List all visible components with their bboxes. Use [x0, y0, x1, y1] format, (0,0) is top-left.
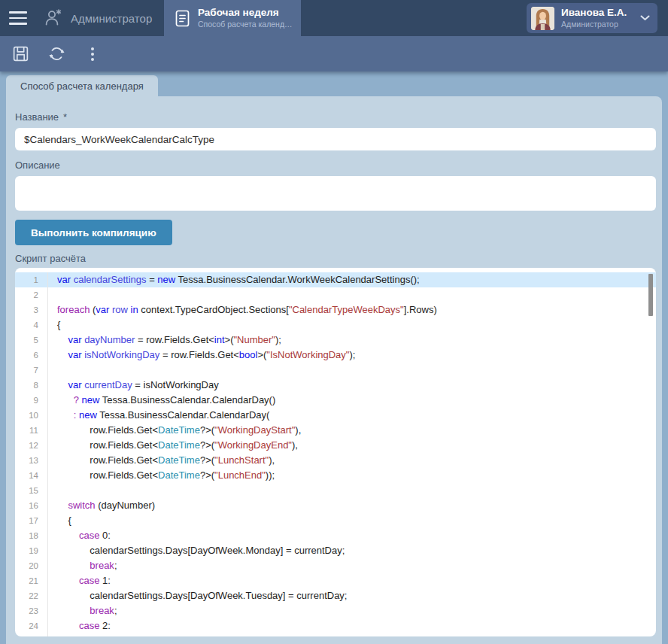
code-line-text: var calendarSettings = new Tessa.Busines… — [48, 272, 420, 287]
code-line[interactable]: 16 switch (dayNumber) — [15, 498, 656, 513]
avatar — [531, 7, 554, 30]
code-line-text: row.Fields.Get<DateTime?>("LunchStart"), — [48, 453, 275, 468]
line-number: 13 — [15, 453, 48, 468]
editor-vertical-scrollbar[interactable] — [648, 274, 653, 316]
code-line-text: case 1: — [48, 573, 111, 588]
required-asterisk: * — [63, 111, 67, 123]
user-name: Иванова Е.А. — [561, 7, 633, 20]
code-line[interactable]: 1var calendarSettings = new Tessa.Busine… — [15, 272, 656, 287]
user-star-icon — [44, 8, 63, 28]
line-number: 16 — [15, 498, 48, 513]
line-number: 18 — [15, 528, 48, 543]
line-number: 9 — [15, 393, 48, 408]
line-number: 20 — [15, 558, 48, 573]
code-line-text: case 0: — [48, 528, 111, 543]
card-panel: Название* Описание Выполнить компиляцию … — [6, 96, 662, 644]
code-line-text — [48, 363, 57, 378]
refresh-button[interactable] — [42, 40, 71, 68]
code-line[interactable]: 8 var currentDay = isNotWorkingDay — [15, 378, 656, 393]
line-number: 5 — [15, 333, 48, 348]
line-number: 3 — [15, 302, 48, 317]
page-background: Способ расчета календаря Название* Описа… — [0, 71, 668, 644]
card-toolbar — [0, 36, 668, 71]
line-number: 4 — [15, 317, 48, 333]
code-line[interactable]: 15 — [15, 483, 656, 498]
code-line[interactable]: 9 ? new Tessa.BusinessCalendar.CalendarD… — [15, 393, 656, 408]
script-label: Скрипт расчёта — [15, 253, 656, 265]
code-line[interactable]: 7 — [15, 363, 656, 378]
code-line[interactable]: 6 var isNotWorkingDay = row.Fields.Get<b… — [15, 348, 656, 363]
kebab-menu-icon — [91, 47, 94, 61]
code-line[interactable]: 25 calendarSettings.Days[DayOfWeek.Wedne… — [15, 633, 656, 636]
code-line[interactable]: 2 — [15, 287, 656, 302]
more-actions-button[interactable] — [78, 40, 107, 68]
compile-button[interactable]: Выполнить компиляцию — [15, 220, 172, 245]
chevron-down-icon — [640, 15, 650, 21]
line-number: 11 — [15, 423, 48, 438]
line-number: 24 — [15, 618, 48, 633]
line-number: 2 — [15, 287, 48, 302]
code-line[interactable]: 12 row.Fields.Get<DateTime?>("WorkingDay… — [15, 438, 656, 453]
code-line[interactable]: 18 case 0: — [15, 528, 656, 543]
line-number: 15 — [15, 483, 48, 498]
top-bar: Администратор Рабочая неделя Способ расч… — [0, 0, 668, 36]
line-number: 12 — [15, 438, 48, 453]
line-number: 8 — [15, 378, 48, 393]
tab-title: Рабочая неделя — [198, 7, 293, 20]
code-line-text — [48, 483, 57, 498]
line-number: 23 — [15, 603, 48, 618]
document-icon — [175, 9, 190, 28]
code-line[interactable]: 5 var dayNumber = row.Fields.Get<int>("N… — [15, 333, 656, 348]
line-number: 1 — [15, 272, 48, 287]
tab-subtitle: Способ расчета календ… — [198, 20, 293, 29]
save-button[interactable] — [6, 40, 35, 68]
name-label: Название* — [15, 111, 656, 123]
code-line-text: { — [48, 513, 71, 528]
description-input[interactable] — [15, 176, 656, 211]
description-label: Описание — [15, 159, 656, 172]
code-line[interactable]: 10 : new Tessa.BusinessCalendar.Calendar… — [15, 408, 656, 423]
line-number: 25 — [15, 633, 48, 636]
code-line-text: break; — [48, 558, 117, 573]
code-line[interactable]: 20 break; — [15, 558, 656, 573]
code-line[interactable]: 13 row.Fields.Get<DateTime?>("LunchStart… — [15, 453, 656, 468]
line-number: 22 — [15, 588, 48, 603]
code-line[interactable]: 11 row.Fields.Get<DateTime?>("WorkingDay… — [15, 423, 656, 438]
user-role: Администратор — [561, 20, 633, 29]
code-line-text: foreach (var row in context.TypeCardObje… — [48, 302, 437, 317]
nav-item-administrator[interactable]: Администратор — [44, 0, 152, 36]
code-line[interactable]: 21 case 1: — [15, 573, 656, 588]
code-line[interactable]: 22 calendarSettings.Days[DayOfWeek.Tuesd… — [15, 588, 656, 603]
code-line-text: switch (dayNumber) — [48, 498, 155, 513]
name-input[interactable] — [15, 128, 656, 150]
code-line[interactable]: 4{ — [15, 317, 656, 333]
hamburger-menu-button[interactable] — [9, 10, 29, 26]
code-line[interactable]: 3foreach (var row in context.TypeCardObj… — [15, 302, 656, 317]
code-line-text: { — [48, 317, 60, 333]
line-number: 6 — [15, 348, 48, 363]
code-line-text: calendarSettings.Days[DayOfWeek.Wednesda… — [48, 633, 362, 636]
code-editor[interactable]: 1var calendarSettings = new Tessa.Busine… — [15, 268, 656, 636]
line-number: 17 — [15, 513, 48, 528]
code-lines: 1var calendarSettings = new Tessa.Busine… — [15, 272, 656, 636]
line-number: 21 — [15, 573, 48, 588]
code-line-text: ? new Tessa.BusinessCalendar.CalendarDay… — [48, 393, 275, 408]
line-number: 7 — [15, 363, 48, 378]
nav-item-administrator-label: Администратор — [71, 12, 152, 25]
code-line[interactable]: 17 { — [15, 513, 656, 528]
tab-calc-method[interactable]: Способ расчета календаря — [6, 75, 158, 96]
code-line-text: calendarSettings.Days[DayOfWeek.Monday] … — [48, 543, 345, 558]
code-line[interactable]: 14 row.Fields.Get<DateTime?>("LunchEnd")… — [15, 468, 656, 483]
user-menu[interactable]: Иванова Е.А. Администратор — [527, 3, 657, 33]
tab-working-week[interactable]: Рабочая неделя Способ расчета календ… — [164, 0, 301, 36]
code-line[interactable]: 19 calendarSettings.Days[DayOfWeek.Monda… — [15, 543, 656, 558]
code-line[interactable]: 24 case 2: — [15, 618, 656, 633]
code-line-text: row.Fields.Get<DateTime?>("WorkingDaySta… — [48, 423, 301, 438]
line-number: 14 — [15, 468, 48, 483]
line-number: 19 — [15, 543, 48, 558]
code-line-text: var dayNumber = row.Fields.Get<int>("Num… — [48, 333, 281, 348]
code-line-text: var currentDay = isNotWorkingDay — [48, 378, 219, 393]
code-line[interactable]: 23 break; — [15, 603, 656, 618]
code-line-text: var isNotWorkingDay = row.Fields.Get<boo… — [48, 348, 355, 363]
code-line-text: calendarSettings.Days[DayOfWeek.Tuesday]… — [48, 588, 347, 603]
